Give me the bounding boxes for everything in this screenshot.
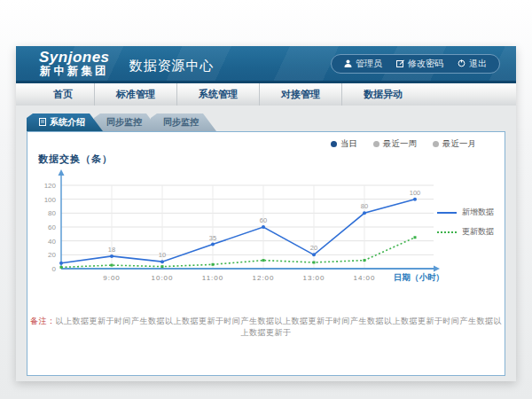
nav-item-system-management[interactable]: 系统管理 (177, 83, 260, 106)
legend-line-solid-icon (437, 212, 457, 214)
legend-line-dotted-icon (437, 231, 457, 233)
svg-text:0: 0 (52, 265, 57, 273)
svg-text:日期（小时）: 日期（小时） (394, 272, 444, 283)
main-nav: 首页 标准管理 系统管理 对接管理 数据异动 (16, 83, 516, 106)
svg-text:80: 80 (361, 202, 368, 210)
change-password-button[interactable]: 修改密码 (396, 58, 443, 70)
logo: Synjones 新中新集团 (39, 50, 110, 77)
logo-text-en: Synjones (39, 50, 110, 66)
legend-label: 新增数据 (462, 207, 494, 218)
tab-bar: 系统介绍 同步监控 同步监控 (27, 113, 505, 131)
content-area: 系统介绍 同步监控 同步监控 当日 最近一周 (16, 106, 516, 376)
y-axis-title: 数据交换（条） (38, 153, 113, 166)
svg-text:40: 40 (48, 238, 56, 246)
svg-text:10: 10 (159, 251, 166, 259)
range-option-last-month[interactable]: 最近一月 (433, 138, 476, 150)
line-chart: 0204060801001209:0010:0011:0012:0013:001… (27, 168, 506, 292)
document-icon (39, 118, 46, 128)
svg-text:9:00: 9:00 (103, 274, 121, 282)
change-password-label: 修改密码 (408, 58, 443, 70)
svg-text:60: 60 (260, 216, 267, 224)
svg-text:35: 35 (209, 234, 216, 242)
svg-text:120: 120 (44, 182, 57, 190)
logout-label: 退出 (469, 58, 487, 70)
note-prefix: 备注： (30, 317, 56, 325)
svg-text:12:00: 12:00 (252, 274, 274, 282)
svg-text:18: 18 (108, 246, 115, 254)
note-text: 以上数据更新于时间产生数据以上数据更新于时间产生数据以上数据更新于时间产生数据以… (56, 317, 503, 337)
chart-panel: 当日 最近一周 最近一月 数据交换（条） 0204060801001209:00… (27, 131, 505, 376)
range-option-label: 最近一月 (442, 138, 476, 150)
desktop-background: Synjones 新中新集团 数据资源中心 管理员 修改密码 退出 (0, 0, 532, 399)
logo-text-cn: 新中新集团 (39, 66, 110, 77)
svg-text:100: 100 (44, 196, 57, 204)
user-icon (344, 59, 352, 67)
range-filter-group: 当日 最近一周 最近一月 (331, 138, 476, 150)
user-bar: 管理员 修改密码 退出 (331, 54, 500, 74)
tab-label: 系统介绍 (50, 116, 85, 129)
app-header: Synjones 新中新集团 数据资源中心 管理员 修改密码 退出 (16, 46, 516, 83)
legend-label: 更新数据 (462, 226, 494, 238)
range-option-label: 当日 (340, 138, 357, 150)
page-title: 数据资源中心 (129, 58, 215, 74)
range-option-last-week[interactable]: 最近一周 (373, 138, 417, 150)
svg-text:100: 100 (410, 189, 421, 197)
tab-sync-monitor-2[interactable]: 同步监控 (151, 113, 216, 131)
range-option-label: 最近一周 (383, 138, 417, 150)
nav-item-data-change[interactable]: 数据异动 (342, 83, 424, 106)
logout-button[interactable]: 退出 (458, 58, 487, 70)
svg-text:20: 20 (310, 244, 317, 252)
svg-text:14:00: 14:00 (353, 274, 375, 282)
svg-text:20: 20 (48, 251, 56, 259)
user-label: 管理员 (356, 58, 382, 70)
nav-item-standard-management[interactable]: 标准管理 (95, 83, 177, 106)
footer-note: 备注：以上数据更新于时间产生数据以上数据更新于时间产生数据以上数据更新于时间产生… (27, 316, 505, 339)
svg-text:10:00: 10:00 (151, 274, 173, 282)
radio-dot-icon (331, 141, 337, 147)
svg-text:60: 60 (48, 223, 56, 231)
svg-text:80: 80 (48, 209, 56, 217)
radio-dot-icon (373, 141, 379, 147)
range-option-today[interactable]: 当日 (331, 138, 357, 150)
edit-icon (396, 59, 404, 67)
app-window: Synjones 新中新集团 数据资源中心 管理员 修改密码 退出 (16, 46, 516, 381)
legend-item-new-data: 新增数据 (437, 207, 494, 218)
tab-system-intro[interactable]: 系统介绍 (27, 113, 103, 131)
chart-legend: 新增数据 更新数据 (437, 207, 494, 238)
legend-item-update-data: 更新数据 (437, 226, 494, 238)
radio-dot-icon (433, 141, 439, 147)
user-menu[interactable]: 管理员 (344, 58, 382, 70)
nav-item-home[interactable]: 首页 (32, 83, 95, 106)
tab-label: 同步监控 (106, 116, 142, 129)
tab-sync-monitor-1[interactable]: 同步监控 (94, 113, 160, 131)
svg-text:13:00: 13:00 (302, 274, 325, 282)
tab-label: 同步监控 (163, 116, 199, 129)
svg-text:11:00: 11:00 (202, 274, 223, 282)
nav-item-integration-management[interactable]: 对接管理 (260, 83, 342, 106)
power-icon (458, 59, 466, 67)
